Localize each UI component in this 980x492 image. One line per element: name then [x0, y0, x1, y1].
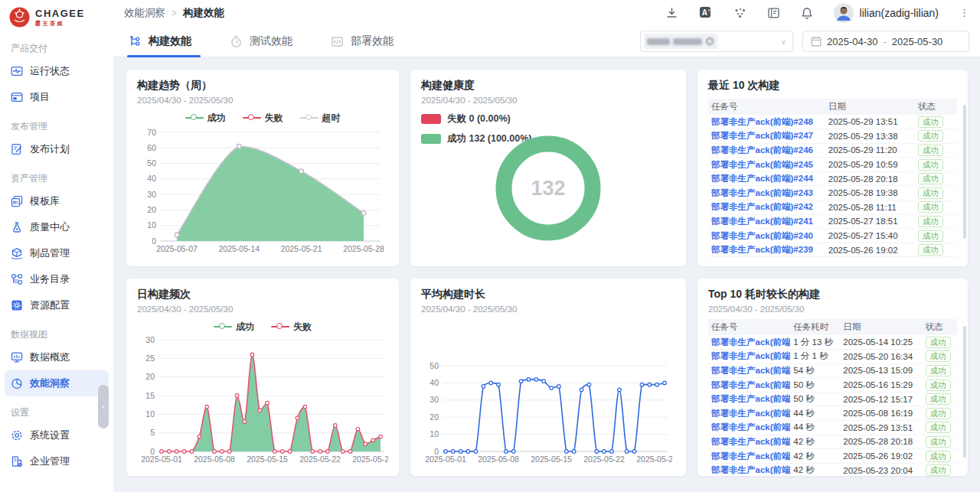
status-cell: 成功	[923, 406, 958, 421]
task-link[interactable]: 部署非生产ack(前端...	[711, 380, 790, 389]
date-cell: 2025-05-08 16:19	[840, 406, 922, 421]
tab-label: 测试效能	[250, 34, 292, 48]
legend-label: 成功	[236, 321, 254, 334]
task-link[interactable]: 部署非生产ack(前端...	[711, 409, 790, 418]
date-range-picker[interactable]: 2025-04-30 - 2025-05-30	[802, 31, 969, 52]
date-cell: 2025-05-29 13:51	[840, 421, 922, 435]
legend-item[interactable]: 超时	[300, 112, 341, 125]
task-link[interactable]: 部署非生产ack(前端)#243	[711, 188, 813, 197]
legend-label: 失败	[293, 321, 312, 334]
stopwatch-icon	[230, 35, 243, 48]
top-slow-builds-table: 任务号任务耗时日期状态部署非生产ack(前端...1 分 13 秒2025-05…	[708, 319, 957, 476]
status-badge: 成功	[918, 216, 943, 227]
duration-cell: 44 秒	[790, 406, 840, 421]
sidebar-item-system-settings[interactable]: 系统设置	[0, 422, 113, 448]
svg-text:40: 40	[147, 174, 156, 183]
table-row: 部署非生产ack(前端)#2442025-05-28 20:18成功	[708, 171, 957, 186]
task-link[interactable]: 部署非生产ack(前端)#241	[711, 217, 813, 226]
daily-frequency-chart[interactable]: 0510152025302025-05-012025-05-082025-05-…	[137, 334, 388, 465]
task-link[interactable]: 部署非生产ack(前端)#245	[711, 160, 813, 169]
sidebar-item-artifact-management[interactable]: 制品管理	[0, 240, 113, 266]
project-select[interactable]: × ∨	[640, 31, 793, 52]
sidebar-item-business-catalog[interactable]: 业务目录	[0, 266, 113, 292]
table-scrollbar[interactable]	[963, 326, 966, 458]
status-badge: 成功	[926, 393, 951, 405]
sidebar-item-data-overview[interactable]: 数据概览	[0, 344, 113, 370]
task-link[interactable]: 部署非生产ack(前端...	[711, 366, 790, 375]
sidebar-item-run-status[interactable]: 运行状态	[0, 58, 113, 84]
status-badge: 成功	[926, 380, 951, 391]
legend-marker-icon	[214, 323, 232, 331]
table-row: 部署非生产ack(前端)#2402025-05-27 15:40成功	[708, 229, 957, 243]
task-cell: 部署非生产ack(前端...	[708, 421, 790, 435]
tab-deploy-efficiency[interactable]: 部署效能	[331, 26, 403, 57]
legend-item[interactable]: 失败	[271, 321, 312, 334]
task-link[interactable]: 部署非生产ack(前端...	[711, 437, 790, 446]
task-link[interactable]: 部署非生产ack(前端)#240	[711, 231, 813, 240]
legend-item[interactable]: 成功	[185, 112, 226, 125]
duration-cell: 42 秒	[790, 449, 840, 464]
chagee-logo[interactable]: CHAGEE 霸王茶姬	[0, 0, 113, 32]
status-cell: 成功	[915, 200, 957, 215]
task-cell: 部署非生产ack(前端)#240	[708, 229, 825, 243]
tag-close-icon[interactable]: ×	[705, 37, 714, 46]
task-link[interactable]: 部署非生产ack(前端)#247	[711, 131, 813, 140]
task-link[interactable]: 部署非生产ack(前端...	[711, 351, 790, 360]
svg-text:2025-05-07: 2025-05-07	[156, 244, 198, 253]
column-header: 任务号	[708, 319, 790, 335]
sidebar-item-release-plan[interactable]: 发布计划	[0, 136, 113, 162]
duration-cell: 42 秒	[790, 463, 840, 476]
status-badge: 成功	[926, 365, 951, 376]
user-chip[interactable]: lilian(zadig-lilian)	[834, 3, 939, 23]
legend-item[interactable]: 成功	[214, 321, 254, 334]
table-scrollbar[interactable]	[963, 105, 966, 239]
tab-test-efficiency[interactable]: 测试效能	[230, 26, 302, 57]
catalog-tree-icon	[11, 273, 23, 285]
sidebar-collapse-handle[interactable]: ‹	[98, 385, 109, 428]
download-icon[interactable]	[665, 7, 678, 19]
svg-text:2025-05-08: 2025-05-08	[194, 455, 235, 464]
task-link[interactable]: 部署非生产ack(前端)#239	[711, 245, 813, 254]
column-header: 日期	[825, 99, 915, 115]
sidebar-item-resource-config[interactable]: 资源配置	[0, 292, 113, 318]
breadcrumb-root[interactable]: 效能洞察	[124, 6, 165, 20]
table-row: 部署非生产ack(前端...44 秒2025-05-08 16:19成功	[708, 406, 957, 421]
more-menu-icon[interactable]: ⋮	[959, 9, 969, 17]
task-link[interactable]: 部署非生产ack(前端...	[711, 337, 790, 347]
sidebar-item-enterprise-management[interactable]: 企业管理	[0, 448, 113, 474]
task-link[interactable]: 部署非生产ack(前端)#242	[711, 202, 813, 211]
legend-item[interactable]: 失败	[243, 112, 283, 125]
breadcrumb-separator: >	[172, 8, 177, 18]
avg-duration-chart[interactable]: 010203040502025-05-012025-05-082025-05-1…	[421, 334, 672, 465]
date-cell: 2025-05-28 19:38	[825, 186, 915, 200]
table-row: 部署非生产ack(前端...54 秒2025-05-13 15:09成功	[708, 363, 957, 378]
flask-icon	[11, 221, 23, 233]
sidebar-item-template-library[interactable]: 模板库	[0, 188, 113, 214]
task-link[interactable]: 部署非生产ack(前端)#248	[711, 117, 813, 126]
sidebar-section-asset-mgmt: 资产管理	[11, 172, 113, 185]
sidebar-item-quality-center[interactable]: 质量中心	[0, 214, 113, 240]
docs-icon[interactable]	[767, 7, 780, 19]
dots-cluster-icon[interactable]	[733, 7, 746, 19]
build-trend-chart[interactable]: 0102030405060702025-05-072025-05-142025-…	[137, 125, 388, 255]
svg-text:2025-05-15: 2025-05-15	[531, 455, 572, 464]
sidebar-item-efficiency-insight[interactable]: 效能洞察	[5, 370, 109, 396]
translate-icon[interactable]: Ax	[699, 6, 713, 20]
build-trend-legend: 成功失败超时	[137, 111, 388, 125]
bell-icon[interactable]	[801, 7, 813, 20]
avatar	[834, 3, 854, 23]
task-link[interactable]: 部署非生产ack(前端)#246	[711, 145, 813, 155]
task-link[interactable]: 部署非生产ack(前端...	[711, 394, 790, 403]
status-badge: 成功	[926, 350, 951, 362]
build-health-donut-chart[interactable]: 132	[422, 117, 675, 262]
task-link[interactable]: 部署非生产ack(前端...	[711, 465, 790, 474]
task-link[interactable]: 部署非生产ack(前端)#244	[711, 174, 813, 183]
tab-build-efficiency[interactable]: 构建效能	[129, 26, 201, 57]
sidebar-item-projects[interactable]: 项目	[0, 84, 113, 110]
task-link[interactable]: 部署非生产ack(前端...	[711, 451, 790, 461]
legend-label: 失败	[265, 112, 283, 125]
table-row: 部署非生产ack(前端)#2472025-05-29 13:38成功	[708, 129, 957, 144]
task-link[interactable]: 部署非生产ack(前端...	[711, 422, 790, 432]
table-row: 部署非生产ack(前端...42 秒2025-05-23 20:04成功	[708, 463, 957, 476]
card-title: 最近 10 次构建	[708, 79, 957, 93]
